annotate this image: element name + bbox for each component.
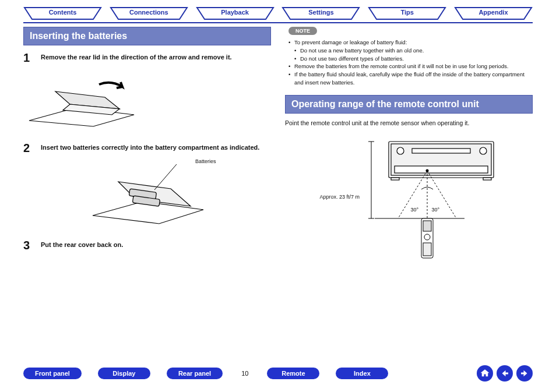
illustration-insert-batteries: Batteries <box>89 161 206 231</box>
section-heading-batteries: Inserting the batteries <box>23 27 271 45</box>
right-column: NOTE To prevent damage or leakage of bat… <box>285 27 533 265</box>
svg-rect-8 <box>395 166 488 173</box>
note-item: Do not use two different types of batter… <box>288 55 533 63</box>
home-button[interactable] <box>477 365 493 382</box>
note-item: Do not use a new battery together with a… <box>288 47 533 55</box>
svg-rect-10 <box>483 178 491 180</box>
tab-connections[interactable]: Connections <box>110 7 188 20</box>
home-icon <box>480 368 490 379</box>
svg-rect-22 <box>423 243 431 256</box>
tab-contents[interactable]: Contents <box>23 7 102 20</box>
step-2: 2 Insert two batteries correctly into th… <box>23 142 271 155</box>
footer-index-button[interactable]: Index <box>336 368 388 379</box>
footer-remote-button[interactable]: Remote <box>267 368 319 379</box>
next-page-button[interactable] <box>516 365 533 382</box>
footer-bar: Front panel Display Rear panel 10 Remote… <box>0 365 556 382</box>
note-item: To prevent damage or leakage of battery … <box>288 38 533 47</box>
left-column: Inserting the batteries 1 Remove the rea… <box>23 27 271 265</box>
section-heading-range: Operating range of the remote control un… <box>285 95 533 114</box>
page-number: 10 <box>239 370 251 377</box>
tab-label: Connections <box>129 9 168 16</box>
svg-point-5 <box>397 147 404 154</box>
tab-settings[interactable]: Settings <box>281 7 360 20</box>
arrow-right-icon <box>519 368 530 379</box>
top-tabs: Contents Connections Playback Settings T… <box>0 0 556 22</box>
step-text: Remove the rear lid in the direction of … <box>41 51 232 65</box>
svg-point-21 <box>424 234 430 240</box>
footer-front-panel-button[interactable]: Front panel <box>23 368 82 379</box>
step-1: 1 Remove the rear lid in the direction o… <box>23 51 271 65</box>
tab-label: Appendix <box>478 9 508 16</box>
step-3: 3 Put the rear cover back on. <box>23 239 271 252</box>
svg-rect-9 <box>391 178 399 180</box>
note-item: Remove the batteries from the remote con… <box>288 62 533 70</box>
step-number: 1 <box>23 51 34 65</box>
prev-page-button[interactable] <box>497 365 513 382</box>
illustration-operating-range: Approx. 23 ft/7 m 30° 30° <box>313 131 505 265</box>
step-number: 3 <box>23 239 34 252</box>
batteries-callout-label: Batteries <box>195 158 216 164</box>
note-badge: NOTE <box>288 27 317 35</box>
step-text: Insert two batteries correctly into the … <box>41 142 259 155</box>
note-list: To prevent damage or leakage of battery … <box>285 38 533 87</box>
svg-rect-7 <box>412 149 470 153</box>
tab-label: Contents <box>49 9 77 16</box>
arrow-left-icon <box>499 368 510 379</box>
tab-label: Playback <box>221 9 249 16</box>
illustration-remove-lid <box>23 74 140 132</box>
step-number: 2 <box>23 142 34 155</box>
svg-line-2 <box>154 164 177 190</box>
tab-playback[interactable]: Playback <box>196 7 275 20</box>
angle-left-label: 30° <box>411 207 419 213</box>
step-text: Put the rear cover back on. <box>41 239 123 252</box>
svg-rect-20 <box>423 221 431 231</box>
tab-tips[interactable]: Tips <box>368 7 446 20</box>
nav-icon-group <box>477 365 533 382</box>
footer-rear-panel-button[interactable]: Rear panel <box>167 368 223 379</box>
range-description: Point the remote control unit at the rem… <box>285 119 533 126</box>
tab-label: Tips <box>400 9 413 16</box>
distance-label: Approx. 23 ft/7 m <box>320 194 360 200</box>
footer-display-button[interactable]: Display <box>98 368 150 379</box>
angle-right-label: 30° <box>432 207 440 213</box>
svg-point-6 <box>480 147 487 154</box>
tab-underline <box>23 22 533 23</box>
note-item: If the battery fluid should leak, carefu… <box>288 70 533 87</box>
tab-label: Settings <box>308 9 333 16</box>
tab-appendix[interactable]: Appendix <box>454 7 533 20</box>
